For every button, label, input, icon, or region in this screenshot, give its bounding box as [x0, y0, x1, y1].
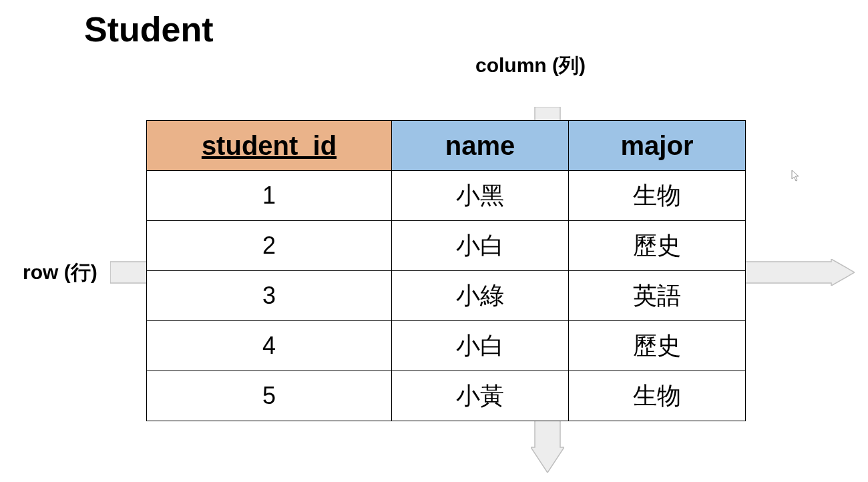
table-row: 1 小黑 生物	[147, 171, 746, 221]
table-row: 2 小白 歷史	[147, 221, 746, 271]
cell-name: 小白	[392, 321, 569, 371]
cell-id: 5	[147, 371, 392, 421]
header-student-id: student_id	[147, 121, 392, 171]
header-name: name	[392, 121, 569, 171]
student-table: student_id name major 1 小黑 生物 2 小白 歷史 3 …	[146, 120, 746, 421]
cell-id: 4	[147, 321, 392, 371]
page-title: Student	[84, 9, 214, 49]
column-annotation-label: column (列)	[475, 52, 586, 79]
cell-id: 3	[147, 271, 392, 321]
cell-name: 小綠	[392, 271, 569, 321]
cell-major: 歷史	[569, 221, 746, 271]
cell-id: 2	[147, 221, 392, 271]
cell-major: 生物	[569, 371, 746, 421]
cell-major: 生物	[569, 171, 746, 221]
table-row: 3 小綠 英語	[147, 271, 746, 321]
cell-name: 小黃	[392, 371, 569, 421]
table-header-row: student_id name major	[147, 121, 746, 171]
cell-major: 歷史	[569, 321, 746, 371]
cell-major: 英語	[569, 271, 746, 321]
table-row: 5 小黃 生物	[147, 371, 746, 421]
cell-name: 小黑	[392, 171, 569, 221]
cell-name: 小白	[392, 221, 569, 271]
row-annotation-label: row (行)	[23, 259, 97, 286]
header-major: major	[569, 121, 746, 171]
table-row: 4 小白 歷史	[147, 321, 746, 371]
cell-id: 1	[147, 171, 392, 221]
cursor-icon	[791, 170, 801, 182]
